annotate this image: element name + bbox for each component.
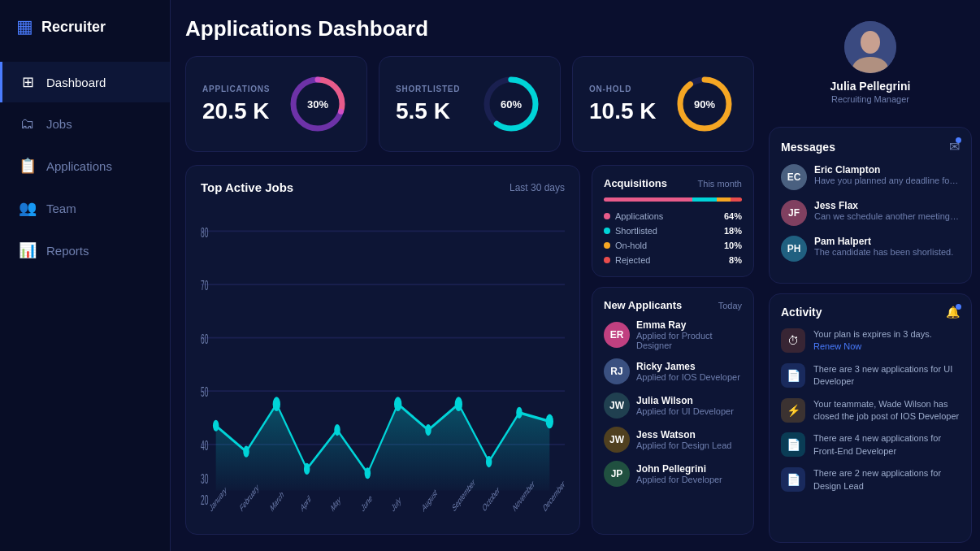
activity-text-3: There are 4 new applications for Front-E… — [813, 432, 960, 458]
applicants-header: New Applicants Today — [604, 299, 742, 311]
jobs-icon: 🗂 — [19, 115, 37, 132]
acq-name-rejected: Rejected — [615, 255, 650, 265]
sidebar-item-applications[interactable]: 📋 Applications — [0, 145, 170, 186]
activity-icon-3: 📄 — [781, 432, 805, 457]
applicant-name-4: John Pellegrini — [636, 463, 722, 475]
applicant-avatar-1: RJ — [604, 358, 630, 384]
acq-pct-rejected: 8% — [729, 255, 742, 265]
applicant-avatar-4: JP — [604, 461, 630, 487]
stat-card-applications: APPLICATIONS 20.5 K 30% — [185, 56, 367, 152]
donut-label-applications: 30% — [307, 98, 328, 111]
applicants-period: Today — [718, 301, 742, 310]
svg-point-26 — [394, 397, 401, 411]
right-sidebar: Julia Pellegrini Recruiting Manager Mess… — [769, 0, 980, 551]
activity-icon-1: 📄 — [781, 363, 805, 388]
avatar — [844, 21, 896, 73]
acq-dot-rejected — [604, 257, 610, 263]
activity-item-0: ⏱ Your plan is expires in 3 days. Renew … — [781, 328, 960, 354]
acq-item-onhold: On-hold 10% — [604, 241, 742, 250]
applicant-item-1[interactable]: RJ Ricky James Applied for IOS Developer — [604, 358, 742, 384]
stat-label-onhold: ON-HOLD — [589, 85, 657, 93]
acquisitions-header: Acquisitions This month — [604, 177, 742, 189]
svg-point-21 — [243, 446, 249, 458]
dashboard-icon: ⊞ — [19, 73, 37, 91]
acq-item-applications: Applications 64% — [604, 211, 742, 221]
msg-avatar-0: EC — [781, 164, 807, 190]
messages-section: Messages ✉ EC Eric Clampton Have you pla… — [769, 127, 972, 284]
svg-text:50: 50 — [201, 384, 208, 400]
svg-text:20: 20 — [201, 492, 208, 508]
bottom-row: Top Active Jobs Last 30 days 80 70 60 50… — [185, 165, 754, 535]
applicant-avatar-0: ER — [604, 322, 630, 348]
svg-point-20 — [213, 420, 219, 432]
acq-dot-onhold — [604, 242, 610, 249]
sidebar-label-jobs: Jobs — [46, 117, 72, 131]
svg-point-29 — [486, 456, 492, 467]
activity-text-1: There are 3 new applications for UI Deve… — [813, 363, 960, 388]
messages-title: Messages — [781, 141, 835, 154]
sidebar-item-reports[interactable]: 📊 Reports — [0, 230, 170, 271]
acquisitions-legend: Applications 64% Shortlisted 18% — [604, 211, 742, 265]
right-col: Acquisitions This month Applications 64% — [592, 165, 754, 535]
activity-text-4: There are 2 new applications for Design … — [813, 467, 960, 492]
sidebar-label-applications: Applications — [46, 159, 112, 173]
msg-avatar-1: JF — [781, 200, 807, 226]
applicant-item-4[interactable]: JP John Pellegrini Applied for Developer — [604, 461, 742, 487]
applicant-item-0[interactable]: ER Emma Ray Applied for Product Designer — [604, 319, 742, 350]
applicants-card: New Applicants Today ER Emma Ray Applied… — [592, 287, 754, 535]
stats-row: APPLICATIONS 20.5 K 30% SHORTLISTED 5.5 … — [185, 56, 754, 152]
svg-point-23 — [304, 463, 310, 475]
stat-value-onhold: 10.5 K — [589, 98, 657, 124]
msg-name-1: Jess Flax — [814, 200, 960, 211]
logo[interactable]: ▦ Recruiter — [0, 16, 170, 62]
logo-text: Recruiter — [41, 19, 106, 36]
activity-text-2: Your teammate, Wade Wilson has closed th… — [813, 398, 960, 423]
msg-name-0: Eric Clampton — [814, 164, 960, 176]
activity-icon-2: ⚡ — [781, 398, 805, 423]
acquisitions-bar — [604, 197, 742, 202]
applicant-item-3[interactable]: JW Jess Watson Applied for Design Lead — [604, 427, 742, 453]
stat-card-shortlisted: SHORTLISTED 5.5 K 60% — [379, 56, 561, 152]
activity-bell-icon[interactable]: 🔔 — [946, 306, 960, 319]
svg-text:March: March — [269, 488, 284, 514]
applications-icon: 📋 — [19, 157, 37, 175]
svg-text:August: August — [421, 487, 438, 514]
sidebar-item-jobs[interactable]: 🗂 Jobs — [0, 104, 170, 144]
acq-pct-shortlisted: 18% — [724, 226, 742, 236]
msg-item-2[interactable]: PH Pam Halpert The candidate has been sh… — [781, 236, 960, 262]
sidebar-item-dashboard[interactable]: ⊞ Dashboard — [0, 62, 170, 102]
applicant-role-2: Applied for UI Developer — [636, 406, 734, 416]
chart-header: Top Active Jobs Last 30 days — [201, 180, 565, 194]
sidebar-item-team[interactable]: 👥 Team — [0, 188, 170, 228]
svg-text:60: 60 — [201, 332, 208, 347]
acq-dot-applications — [604, 213, 610, 219]
stat-card-onhold: ON-HOLD 10.5 K 90% — [572, 56, 754, 152]
activity-text-0: Your plan is expires in 3 days. Renew No… — [813, 328, 932, 354]
applicant-role-3: Applied for Design Lead — [636, 440, 731, 450]
applicant-name-1: Ricky James — [636, 361, 740, 372]
profile-card: Julia Pellegrini Recruiting Manager — [769, 8, 972, 117]
chart-card: Top Active Jobs Last 30 days 80 70 60 50… — [185, 165, 580, 535]
applicant-name-2: Julia Wilson — [636, 395, 734, 406]
msg-text-1: Can we schedule another meeting for ... — [814, 211, 960, 221]
sidebar-label-team: Team — [46, 202, 76, 215]
svg-text:May: May — [330, 493, 341, 514]
reports-icon: 📊 — [19, 241, 37, 259]
msg-item-0[interactable]: EC Eric Clampton Have you planned any de… — [781, 164, 960, 190]
donut-onhold: 90% — [672, 72, 737, 137]
svg-point-25 — [365, 467, 371, 479]
renew-link[interactable]: Renew Now — [813, 341, 861, 351]
msg-name-2: Pam Halpert — [814, 236, 953, 247]
team-icon: 👥 — [19, 199, 37, 217]
svg-text:30: 30 — [201, 471, 208, 487]
svg-point-30 — [516, 407, 522, 419]
msg-item-1[interactable]: JF Jess Flax Can we schedule another mee… — [781, 200, 960, 226]
svg-point-24 — [334, 424, 340, 436]
activity-icon-0: ⏱ — [781, 328, 805, 353]
applicant-item-2[interactable]: JW Julia Wilson Applied for UI Developer — [604, 393, 742, 419]
messages-bell-icon[interactable]: ✉ — [949, 139, 960, 154]
activity-item-3: 📄 There are 4 new applications for Front… — [781, 432, 960, 458]
applicants-title: New Applicants — [604, 299, 682, 311]
donut-applications: 30% — [285, 72, 350, 137]
applicant-role-0: Applied for Product Designer — [636, 331, 742, 350]
